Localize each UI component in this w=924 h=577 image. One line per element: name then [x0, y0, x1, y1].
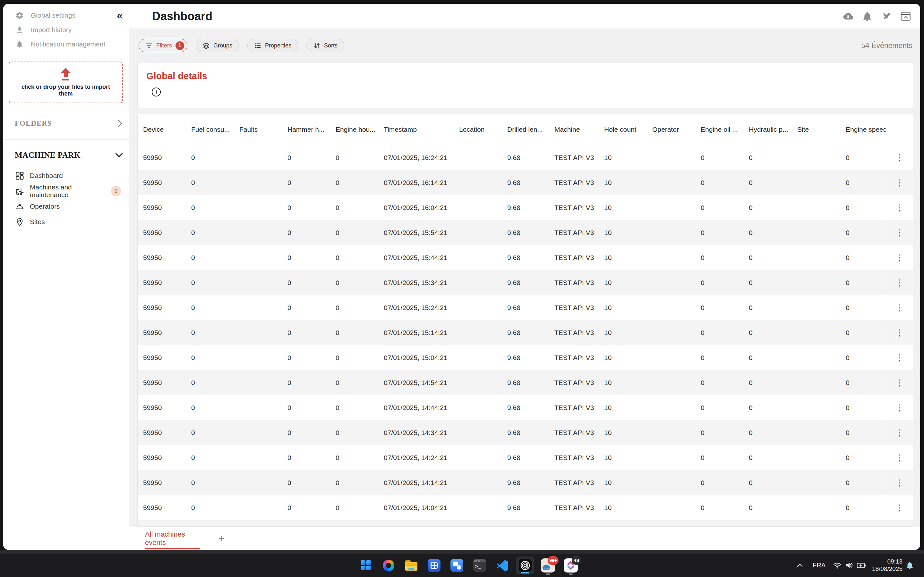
row-actions-cell: ⋮ [886, 270, 913, 295]
column-header[interactable]: Device [143, 126, 191, 133]
table-cell: 0 [749, 504, 797, 512]
events-table-card: DeviceFuel consu...FaultsHammer h...Engi… [137, 114, 913, 527]
table-row[interactable]: 5995000007/01/2025, 14:14:219.68TEST API… [137, 470, 913, 495]
table-cell: 10 [604, 329, 652, 337]
row-menu-button[interactable]: ⋮ [895, 379, 904, 387]
table-row[interactable]: 5995000007/01/2025, 15:54:219.68TEST API… [137, 220, 913, 245]
table-cell: 10 [604, 154, 652, 161]
events-table-body: 5995000007/01/2025, 16:24:219.68TEST API… [137, 145, 913, 527]
sorts-button[interactable]: Sorts [306, 39, 344, 52]
notifications-bell-icon[interactable] [862, 11, 873, 22]
column-header[interactable]: Timestamp [384, 126, 459, 133]
table-row[interactable]: 5995000007/01/2025, 15:04:219.68TEST API… [137, 345, 913, 370]
table-cell: 0 [336, 429, 384, 437]
file-import-dropzone[interactable]: click or drop your files to import them [9, 61, 123, 103]
tray-notification-bell-icon[interactable] [905, 561, 914, 570]
open-panel-icon[interactable] [900, 11, 911, 22]
column-header[interactable]: Location [459, 126, 507, 133]
table-cell: 0 [701, 179, 749, 187]
volume-icon[interactable] [845, 561, 854, 570]
sidebar-item-label: Import history [31, 26, 71, 34]
language-indicator[interactable]: FRA [813, 562, 825, 569]
filters-label: Filters [156, 42, 172, 49]
table-cell: 0 [749, 329, 797, 337]
table-row[interactable]: 5995000007/01/2025, 15:24:219.68TEST API… [137, 295, 913, 320]
column-header[interactable]: Drilled len... [507, 126, 554, 133]
taskbar-date: 18/08/2025 [868, 565, 903, 572]
row-menu-button[interactable]: ⋮ [895, 203, 904, 212]
table-row[interactable]: 5995000007/01/2025, 14:04:219.68TEST API… [137, 495, 913, 520]
sidebar-item-import-history[interactable]: Import history [3, 23, 129, 37]
table-cell: 0 [846, 379, 886, 387]
table-cell: TEST API V3 [554, 504, 604, 512]
tools-icon[interactable] [881, 11, 892, 22]
cloud-download-icon[interactable] [843, 11, 853, 22]
sidebar-section-folders[interactable]: FOLDERS [15, 119, 123, 127]
sidebar-item-machines-and-maintenance[interactable]: Machines and maintenance 1 [3, 183, 129, 199]
column-header[interactable]: Faults [239, 126, 288, 133]
table-cell: TEST API V3 [554, 454, 604, 462]
sidebar-item-global-settings[interactable]: Global settings [3, 8, 129, 23]
table-cell: 9.68 [507, 379, 554, 387]
table-cell: 0 [749, 229, 797, 237]
tray-chevron-up-icon[interactable] [796, 562, 803, 569]
table-row[interactable]: 5995000007/01/2025, 15:34:219.68TEST API… [137, 270, 913, 295]
properties-button[interactable]: Properties [247, 39, 298, 52]
table-row[interactable]: 5995000007/01/2025, 16:04:219.68TEST API… [137, 195, 913, 220]
tab-all-machines-events[interactable]: All machines events [145, 527, 200, 550]
filters-button[interactable]: Filters 1 [139, 39, 187, 52]
row-menu-button[interactable]: ⋮ [895, 429, 904, 437]
battery-icon[interactable] [857, 562, 866, 569]
sidebar-item-dashboard[interactable]: Dashboard [3, 168, 129, 183]
groups-button[interactable]: Groups [196, 39, 239, 52]
row-menu-button[interactable]: ⋮ [895, 229, 904, 237]
table-cell: 0 [701, 329, 749, 337]
column-header[interactable]: Fuel consu... [191, 126, 239, 133]
table-row[interactable]: 5995000007/01/2025, 14:34:219.68TEST API… [137, 420, 913, 445]
sidebar-section-machine-park[interactable]: MACHINE PARK [15, 151, 123, 160]
table-cell: 0 [336, 404, 384, 412]
row-menu-button[interactable]: ⋮ [895, 504, 904, 512]
row-menu-button[interactable]: ⋮ [895, 153, 904, 162]
row-menu-button[interactable]: ⋮ [895, 279, 904, 287]
table-row[interactable]: 5995000007/01/2025, 15:44:219.68TEST API… [137, 245, 913, 270]
sidebar-item-operators[interactable]: Operators [3, 199, 129, 214]
table-row[interactable]: 5995000007/01/2025, 14:54:219.68TEST API… [137, 370, 913, 395]
row-menu-button[interactable]: ⋮ [895, 179, 904, 187]
column-header[interactable]: Hole count [604, 126, 652, 133]
sidebar-item-sites[interactable]: Sites [3, 214, 129, 229]
column-header[interactable]: Hydraulic p... [749, 126, 797, 133]
table-cell: 0 [288, 479, 336, 487]
table-cell: 07/01/2025, 16:24:21 [384, 154, 459, 161]
table-row[interactable]: 5995000007/01/2025, 14:24:219.68TEST API… [137, 445, 913, 470]
table-cell: 0 [749, 354, 797, 362]
column-header[interactable]: Engine hou... [336, 126, 384, 133]
row-menu-button[interactable]: ⋮ [895, 253, 904, 262]
app-window: « Global settings Import history Notific… [3, 4, 920, 550]
row-actions-cell: ⋮ [886, 145, 913, 170]
sidebar-item-notification-management[interactable]: Notification management [3, 37, 129, 51]
column-header[interactable]: Engine speed [846, 126, 886, 133]
row-menu-button[interactable]: ⋮ [895, 454, 904, 462]
taskbar-clock[interactable]: 09:13 18/08/2025 [868, 558, 903, 572]
wifi-icon[interactable] [833, 561, 842, 570]
row-menu-button[interactable]: ⋮ [895, 329, 904, 337]
column-header[interactable]: Operator [652, 126, 701, 133]
column-header[interactable]: Hammer h... [288, 126, 336, 133]
table-cell: 59950 [143, 379, 191, 387]
table-cell: 59950 [143, 429, 191, 437]
add-tab-button[interactable]: + [214, 527, 228, 550]
column-header[interactable]: Engine oil ... [701, 126, 749, 133]
column-header[interactable]: Machine [554, 126, 604, 133]
row-menu-button[interactable]: ⋮ [895, 354, 904, 362]
table-row[interactable]: 5995000007/01/2025, 15:14:219.68TEST API… [137, 320, 913, 345]
row-menu-button[interactable]: ⋮ [895, 303, 904, 312]
add-widget-button[interactable] [151, 87, 162, 97]
column-header[interactable]: Site [797, 126, 846, 133]
table-row[interactable]: 5995000007/01/2025, 16:24:219.68TEST API… [137, 145, 913, 170]
table-row[interactable]: 5995000007/01/2025, 16:14:219.68TEST API… [137, 170, 913, 195]
row-menu-button[interactable]: ⋮ [895, 404, 904, 412]
table-row[interactable]: 5995000007/01/2025, 14:44:219.68TEST API… [137, 395, 913, 420]
row-menu-button[interactable]: ⋮ [895, 479, 904, 487]
table-cell: 10 [604, 279, 652, 287]
